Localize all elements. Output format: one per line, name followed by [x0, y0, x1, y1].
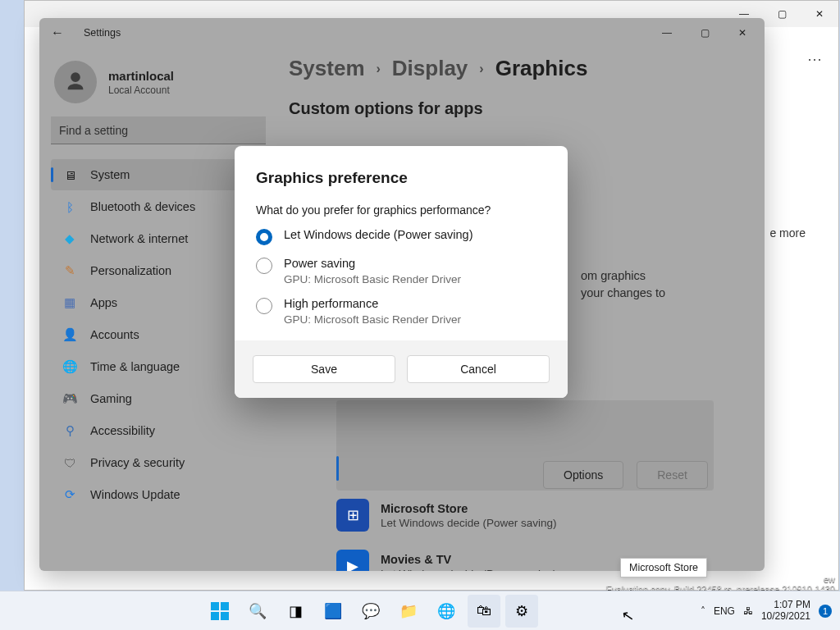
- taskview-icon[interactable]: ◨: [279, 595, 312, 628]
- save-button[interactable]: Save: [253, 355, 395, 383]
- widgets-icon[interactable]: 🟦: [317, 595, 349, 628]
- date-label: 10/29/2021: [761, 611, 810, 623]
- radio-sub: GPU: Microsoft Basic Render Driver: [284, 273, 461, 285]
- settings-taskbar-icon[interactable]: ⚙: [505, 595, 538, 628]
- dialog-subtitle: What do you prefer for graphics performa…: [256, 203, 546, 217]
- graphics-preference-dialog: Graphics preference What do you prefer f…: [235, 146, 568, 398]
- svg-rect-3: [221, 612, 229, 620]
- explorer-icon[interactable]: 📁: [392, 595, 425, 628]
- taskbar: 🔍 ◨ 🟦 💬 📁 🌐 🛍 ⚙ ˄ ENG 🖧 1:07 PM 10/29/20…: [0, 591, 840, 630]
- svg-rect-0: [211, 602, 219, 610]
- svg-rect-1: [221, 602, 229, 610]
- msstore-taskbar-icon[interactable]: 🛍: [468, 595, 500, 628]
- language-indicator[interactable]: ENG: [714, 605, 735, 617]
- radio-option-0[interactable]: Let Windows decide (Power saving): [256, 228, 546, 245]
- cancel-button[interactable]: Cancel: [407, 355, 550, 383]
- radio-label: Let Windows decide (Power saving): [284, 228, 473, 241]
- radio-icon: [256, 229, 272, 245]
- taskbar-right: ˄ ENG 🖧 1:07 PM 10/29/2021 1: [701, 600, 840, 623]
- svg-rect-2: [211, 612, 219, 620]
- radio-icon: [256, 258, 272, 274]
- clock[interactable]: 1:07 PM 10/29/2021: [761, 600, 810, 623]
- radio-sub: GPU: Microsoft Basic Render Driver: [284, 313, 461, 326]
- network-icon[interactable]: 🖧: [743, 605, 753, 617]
- radio-option-1[interactable]: Power savingGPU: Microsoft Basic Render …: [256, 257, 546, 285]
- chat-icon[interactable]: 💬: [354, 595, 387, 628]
- radio-label: Power saving: [284, 257, 461, 270]
- search-icon[interactable]: 🔍: [241, 595, 274, 628]
- dialog-title: Graphics preference: [256, 169, 546, 187]
- radio-group: Let Windows decide (Power saving)Power s…: [256, 228, 546, 326]
- modal-overlay: Graphics preference What do you prefer f…: [0, 0, 840, 630]
- radio-icon: [256, 298, 272, 314]
- start-button[interactable]: [203, 595, 236, 628]
- radio-option-2[interactable]: High performanceGPU: Microsoft Basic Ren…: [256, 297, 546, 326]
- notification-badge[interactable]: 1: [819, 605, 832, 618]
- tray-chevron-icon[interactable]: ˄: [701, 605, 705, 617]
- radio-label: High performance: [284, 297, 461, 310]
- time-label: 1:07 PM: [761, 600, 810, 611]
- taskbar-center: 🔍 ◨ 🟦 💬 📁 🌐 🛍 ⚙: [203, 595, 538, 628]
- edge-icon[interactable]: 🌐: [430, 595, 463, 628]
